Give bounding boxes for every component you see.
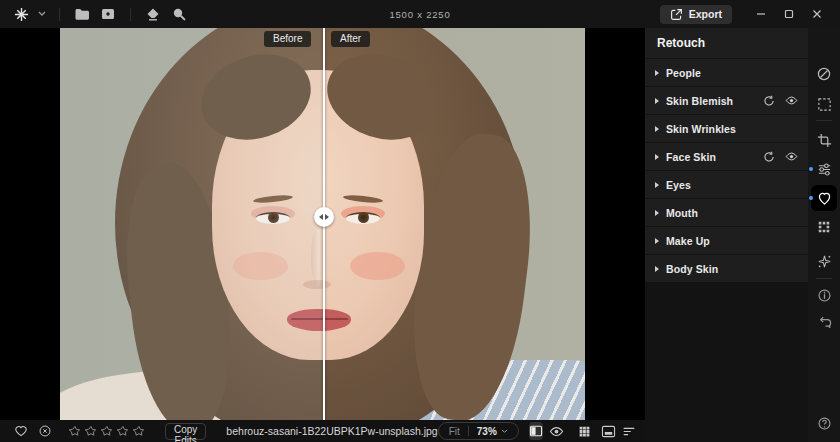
magnifier-icon bbox=[171, 6, 187, 22]
photo-of-woman[interactable]: Before After bbox=[60, 28, 585, 420]
crop-tool-button[interactable] bbox=[813, 129, 835, 151]
right-tool-rail bbox=[808, 28, 840, 442]
sort-options-button[interactable] bbox=[622, 420, 636, 442]
compare-split-icon bbox=[529, 425, 543, 437]
caret-right-icon bbox=[655, 266, 659, 272]
copy-edits-button[interactable]: Copy Edits bbox=[165, 423, 206, 440]
presets-sparkle-button[interactable] bbox=[10, 3, 32, 25]
before-side-tint bbox=[60, 28, 324, 420]
section-label: People bbox=[666, 67, 701, 79]
help-button[interactable] bbox=[813, 412, 835, 434]
top-toolbar: 1500 x 2250 Export bbox=[0, 0, 840, 28]
section-make-up[interactable]: Make Up bbox=[645, 227, 808, 254]
after-label: After bbox=[331, 31, 370, 47]
section-skin-blemish[interactable]: Skin Blemish bbox=[645, 87, 808, 114]
export-icon bbox=[670, 8, 683, 21]
undo-button[interactable] bbox=[813, 310, 835, 332]
panel-title: Retouch bbox=[645, 28, 808, 58]
grid-view-icon bbox=[578, 425, 591, 438]
after-side-tint bbox=[324, 28, 585, 420]
handle-right-arrow-icon bbox=[325, 214, 329, 220]
heart-icon bbox=[14, 424, 28, 438]
section-people[interactable]: People bbox=[645, 59, 808, 86]
filmstrip-view-button[interactable] bbox=[601, 420, 616, 442]
section-label: Face Skin bbox=[666, 151, 716, 163]
selection-tool-button[interactable] bbox=[813, 93, 835, 115]
presets-tool-button[interactable] bbox=[813, 63, 835, 85]
preview-original-button[interactable] bbox=[549, 420, 564, 442]
star-3-button[interactable] bbox=[100, 425, 113, 438]
window-maximize-button[interactable] bbox=[776, 3, 802, 25]
eraser-icon bbox=[145, 6, 161, 22]
zoom-pill-divider bbox=[468, 426, 469, 436]
zoom-tool-button[interactable] bbox=[168, 3, 190, 25]
caret-right-icon bbox=[655, 126, 659, 132]
adjustments-tool-button[interactable] bbox=[813, 158, 835, 180]
retouch-tool-button-active[interactable] bbox=[811, 185, 837, 211]
section-label: Body Skin bbox=[666, 263, 718, 275]
star-2-button[interactable] bbox=[84, 425, 97, 438]
reset-icon bbox=[763, 95, 775, 107]
add-image-button[interactable] bbox=[97, 3, 119, 25]
app-window: 1500 x 2250 Export bbox=[0, 0, 840, 442]
filmstrip-icon bbox=[601, 425, 616, 438]
eraser-tool-button[interactable] bbox=[142, 3, 164, 25]
mosaic-tool-button[interactable] bbox=[813, 216, 835, 238]
visibility-face-skin-button[interactable] bbox=[783, 149, 799, 165]
star-5-button[interactable] bbox=[132, 425, 145, 438]
mosaic-grid-icon bbox=[817, 220, 831, 234]
star-4-button[interactable] bbox=[116, 425, 129, 438]
bottom-toolbar: Copy Edits behrouz-sasani-1B22UBPK1Pw-un… bbox=[0, 420, 645, 442]
adjustments-edited-dot bbox=[809, 167, 813, 171]
section-label: Make Up bbox=[666, 235, 710, 247]
caret-right-icon bbox=[655, 210, 659, 216]
rail-divider bbox=[816, 120, 832, 121]
favorite-button[interactable] bbox=[14, 420, 28, 442]
minimize-icon bbox=[755, 8, 767, 20]
undo-icon bbox=[817, 314, 832, 329]
window-minimize-button[interactable] bbox=[748, 3, 774, 25]
presets-dropdown-button[interactable] bbox=[36, 3, 48, 25]
close-icon bbox=[811, 8, 823, 20]
window-close-button[interactable] bbox=[804, 3, 830, 25]
reset-icon bbox=[763, 151, 775, 163]
ai-sparkle-icon bbox=[817, 254, 832, 269]
image-canvas: Before After bbox=[0, 28, 645, 420]
open-folder-button[interactable] bbox=[71, 3, 93, 25]
section-face-skin[interactable]: Face Skin bbox=[645, 143, 808, 170]
retouch-panel: Retouch People Skin Blemish bbox=[645, 28, 808, 442]
ai-tools-button[interactable] bbox=[813, 250, 835, 272]
section-body-skin[interactable]: Body Skin bbox=[645, 255, 808, 282]
section-label: Eyes bbox=[666, 179, 691, 191]
visibility-skin-blemish-button[interactable] bbox=[783, 93, 799, 109]
chevron-down-icon bbox=[38, 11, 46, 17]
reset-skin-blemish-button[interactable] bbox=[761, 93, 777, 109]
retouch-edited-dot bbox=[809, 196, 813, 200]
zoom-level-dropdown[interactable]: 73% bbox=[477, 426, 508, 437]
zoom-control[interactable]: Fit 73% bbox=[438, 422, 519, 440]
info-button[interactable] bbox=[813, 284, 835, 306]
section-label: Skin Wrinkles bbox=[666, 123, 736, 135]
section-eyes[interactable]: Eyes bbox=[645, 171, 808, 198]
gallery-view-button[interactable] bbox=[578, 420, 591, 442]
star-1-button[interactable] bbox=[68, 425, 81, 438]
reset-face-skin-button[interactable] bbox=[761, 149, 777, 165]
section-mouth[interactable]: Mouth bbox=[645, 199, 808, 226]
star-icon bbox=[69, 425, 81, 437]
info-icon bbox=[817, 288, 832, 303]
caret-right-icon bbox=[655, 98, 659, 104]
crop-icon bbox=[817, 133, 832, 148]
compare-slider-handle[interactable] bbox=[314, 207, 334, 227]
caret-right-icon bbox=[655, 154, 659, 160]
eye-icon bbox=[785, 150, 798, 163]
rail-divider bbox=[816, 278, 832, 279]
filename-label: behrouz-sasani-1B22UBPK1Pw-unsplash.jpg bbox=[226, 425, 437, 437]
fit-button[interactable]: Fit bbox=[449, 426, 460, 437]
star-icon bbox=[85, 425, 97, 437]
section-skin-wrinkles[interactable]: Skin Wrinkles bbox=[645, 115, 808, 142]
export-button[interactable]: Export bbox=[660, 5, 732, 24]
reject-button[interactable] bbox=[38, 420, 52, 442]
compare-view-button-active[interactable] bbox=[529, 422, 543, 440]
top-toolbar-left-group bbox=[10, 3, 190, 25]
chevron-down-icon bbox=[501, 429, 508, 434]
